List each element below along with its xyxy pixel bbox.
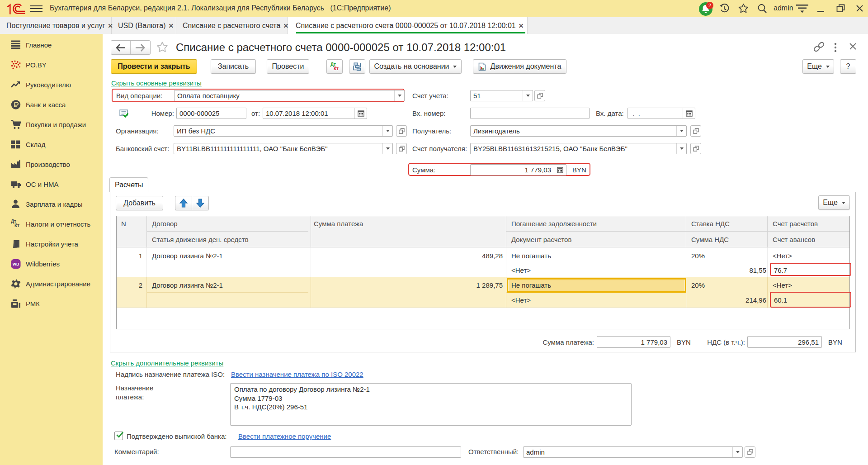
svg-text:2: 2 xyxy=(708,3,711,8)
svg-text:WB: WB xyxy=(13,262,19,266)
